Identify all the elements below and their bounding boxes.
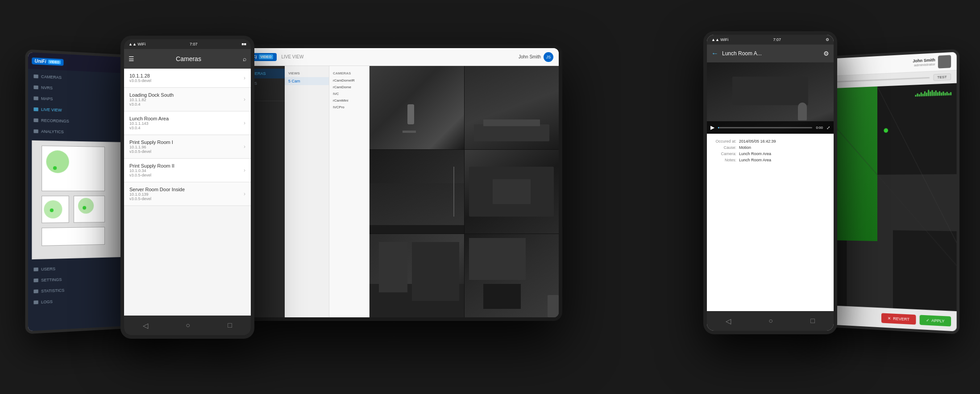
nav-analytics-label: ANALYTICS [41, 129, 64, 134]
phone-time: ▲▲ WiFi [129, 42, 145, 46]
back-button[interactable]: ← [711, 49, 718, 57]
svg-line-0 [877, 83, 957, 243]
list-item[interactable]: Server Room Door Inside 10.1.0.139 v3.0.… [124, 182, 251, 206]
back-nav-button[interactable]: ◁ [143, 321, 148, 330]
right-phone-app-header: ← Lunch Room A... ⚙ [707, 45, 834, 62]
phone-nav-bar: ◁ ○ □ [124, 316, 251, 335]
camera-mini-item[interactable]: rCamDome [329, 84, 369, 90]
views-header: VIEWS [285, 70, 329, 77]
analytics-icon [33, 129, 38, 133]
waveform-bar [926, 93, 927, 96]
live-view-icon [33, 107, 38, 111]
nav-live-view-label: LIVE VIEW [41, 107, 62, 113]
notes-label: Notes: [712, 158, 739, 162]
camera-item-version: v3.0.5-devel [129, 197, 244, 201]
camera-item-info: Print Supply Room I 10.1.1.96 v3.0.5-dev… [129, 140, 244, 154]
unifi-logo-badge-left: VIDEO [48, 59, 61, 64]
list-item[interactable]: Loading Dock South 10.1.1.82 v3.0.4 › [124, 88, 251, 111]
arrow-icon: › [244, 167, 245, 173]
motion-waveform [915, 86, 952, 97]
detail-occurred-at: Occured at: 2014/05/05 16:42:39 [712, 139, 828, 144]
recordings-icon [33, 119, 38, 122]
occurred-at-label: Occured at: [712, 139, 739, 144]
arrow-icon: › [244, 96, 245, 103]
expand-icon[interactable]: ⤢ [826, 125, 830, 130]
avatar [938, 55, 951, 68]
phone-status-bar: ▲▲ WiFi 7:07 ■■ [124, 39, 251, 49]
recent-nav-button-right[interactable]: □ [810, 317, 815, 325]
camera-mini-item[interactable]: rCamMini [329, 97, 369, 104]
video-grid [370, 66, 559, 317]
search-icon[interactable]: ⌕ [243, 55, 246, 62]
home-nav-button-right[interactable]: ○ [768, 317, 773, 325]
waveform-bar [948, 93, 950, 95]
list-item[interactable]: Print Supply Room I 10.1.1.96 v3.0.5-dev… [124, 135, 251, 159]
video-cell-5[interactable] [370, 234, 464, 317]
x-icon: ✕ [888, 316, 891, 320]
camera-item-name: 10.1.1.28 [129, 73, 244, 78]
views-5cam[interactable]: 5 Cam [285, 77, 329, 85]
detail-notes: Notes: Lunch Room Area [712, 158, 828, 162]
nav-cameras-label: CAMERAS [41, 74, 62, 80]
camera-item-version: v3.0.5-devel [129, 173, 244, 177]
waveform-bar [930, 91, 931, 96]
svg-point-2 [884, 128, 888, 133]
waveform-bar [915, 95, 916, 97]
video-cell-6[interactable] [465, 234, 559, 317]
video-cell-2[interactable] [465, 66, 559, 149]
home-nav-button[interactable]: ○ [186, 321, 190, 329]
test-button[interactable]: TEST [933, 74, 951, 81]
center-large-tablet: UniFi VIDEO LIVE VIEW John Smith JS CAME… [232, 45, 562, 321]
detail-camera: Camera: Lunch Room Area [712, 152, 828, 156]
check-icon: ✓ [926, 318, 930, 323]
play-button[interactable]: ▶ [710, 124, 714, 131]
nav-logs-label: LOGS [41, 300, 53, 304]
occurred-at-value: 2014/05/05 16:42:39 [739, 139, 776, 144]
logs-icon [33, 300, 38, 304]
video-controls-bar: ▶ 0:00 ⤢ [707, 121, 834, 134]
revert-button[interactable]: ✕ REVERT [881, 313, 916, 324]
waveform-bar [917, 94, 918, 97]
camera-item-name: Lunch Room Area [129, 116, 244, 121]
phone-clock: 7:07 [190, 42, 198, 46]
camera-item-info: Lunch Room Area 10.1.1.143 v3.0.4 [129, 116, 244, 130]
camera-item-info: 10.1.1.28 v3.0.5-devel [129, 73, 244, 83]
cause-value: Motion [739, 145, 751, 150]
maps-icon [33, 96, 38, 100]
camera-mini-item[interactable]: IVC [329, 90, 369, 97]
sensitivity-slider[interactable] [826, 77, 929, 83]
arrow-icon: › [244, 120, 245, 126]
camera-mini-item[interactable]: IVCPro [329, 104, 369, 111]
back-nav-button-right[interactable]: ◁ [726, 317, 731, 325]
list-item[interactable]: 10.1.1.28 v3.0.5-devel › [124, 69, 251, 88]
waveform-bar [941, 92, 942, 95]
recent-nav-button[interactable]: □ [228, 321, 232, 329]
camera-item-version: v3.0.5-devel [129, 78, 244, 83]
large-screen: UniFi VIDEO LIVE VIEW John Smith JS CAME… [236, 48, 559, 317]
waveform-bar [934, 92, 935, 96]
camera-mini-item[interactable]: rCamDomeIR [329, 77, 369, 84]
users-icon [33, 267, 38, 271]
camera-item-ip: 10.1.1.96 [129, 145, 244, 149]
list-item[interactable]: Print Supply Room II 10.1.0.34 v3.0.5-de… [124, 159, 251, 182]
settings-icon [33, 279, 38, 283]
cameras-icon [33, 74, 38, 78]
waveform-bar [919, 94, 920, 96]
camera-item-ip: 10.1.1.82 [129, 98, 244, 102]
camera-video-view: ▶ 0:00 ⤢ [707, 62, 834, 134]
waveform-bar [943, 91, 944, 95]
right-phone-settings-dots: ⚙ [826, 37, 829, 42]
waveform-bar [928, 90, 929, 96]
video-cell-3[interactable] [370, 150, 464, 233]
video-cell-1[interactable] [370, 66, 464, 149]
apply-button[interactable]: ✓ APPLY [919, 315, 951, 326]
hamburger-icon[interactable]: ☰ [129, 55, 134, 62]
camera-item-name: Server Room Door Inside [129, 187, 244, 192]
unifi-logo-badge-large: VIDEO [259, 54, 274, 59]
camera-item-info: Loading Dock South 10.1.1.82 v3.0.4 [129, 92, 244, 107]
waveform-bar [924, 91, 926, 96]
list-item[interactable]: Lunch Room Area 10.1.1.143 v3.0.4 › [124, 111, 251, 135]
video-progress-bar[interactable] [718, 127, 812, 128]
video-cell-4[interactable] [465, 150, 559, 233]
settings-icon[interactable]: ⚙ [823, 50, 829, 57]
